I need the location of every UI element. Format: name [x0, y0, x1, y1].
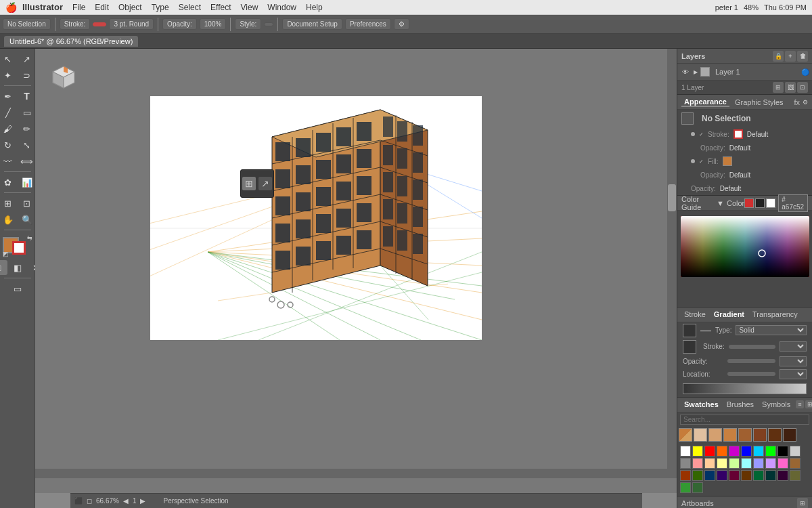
location-unit[interactable]	[780, 369, 807, 379]
gradient-bar[interactable]	[683, 383, 807, 394]
appearance-tab[interactable]: Appearance	[681, 98, 729, 107]
swatch-darker-brown[interactable]	[753, 428, 767, 442]
symbols-tab[interactable]: Symbols	[759, 400, 793, 408]
nav-prev[interactable]: ◀	[123, 497, 129, 505]
layers-delete-btn[interactable]: 🗑	[797, 51, 808, 62]
swatch-cell[interactable]	[692, 482, 703, 493]
pencil-tool[interactable]: ✏	[18, 121, 36, 136]
swatch-cell[interactable]	[729, 446, 740, 457]
visibility-dot[interactable]	[691, 132, 695, 136]
stroke-fill-swatch[interactable]	[683, 340, 696, 354]
shape-tool[interactable]: ▭	[18, 105, 36, 120]
stroke-width-unit[interactable]	[780, 341, 807, 352]
menu-object[interactable]: Object	[118, 3, 142, 12]
direct-selection-tool[interactable]: ↗	[18, 51, 36, 66]
lasso-tool[interactable]: ⊃	[18, 68, 36, 83]
swatch-cell[interactable]	[765, 458, 776, 469]
swatch-cell[interactable]	[790, 458, 800, 469]
layer-visibility-toggle[interactable]: 👁	[680, 66, 691, 77]
swatch-cell[interactable]	[729, 458, 740, 469]
zoom-tool[interactable]: 🔍	[18, 212, 36, 227]
menu-select[interactable]: Select	[179, 3, 201, 12]
warp-tool[interactable]: 〰	[0, 154, 17, 169]
fill-appearance-row[interactable]: ✓ Fill:	[677, 154, 812, 168]
swatches-search-input[interactable]	[680, 415, 809, 425]
change-screen-mode[interactable]: ▭	[3, 281, 32, 296]
column-graph-tool[interactable]: 📊	[18, 175, 36, 190]
gradient-tab[interactable]: Gradient	[711, 310, 747, 318]
fill-appearance-swatch[interactable]	[723, 156, 732, 166]
swatch-cell[interactable]	[717, 458, 727, 469]
stroke-appearance-row[interactable]: ✓ Stroke: Default	[677, 127, 812, 141]
swatches-grid-view[interactable]: ⊞	[805, 400, 812, 408]
black-swatch-small[interactable]	[755, 198, 765, 208]
location-slider[interactable]	[727, 372, 775, 376]
perspective-widget-panel[interactable]: ⊞ ↗	[240, 169, 274, 198]
stroke-appearance-swatch[interactable]	[734, 129, 743, 139]
swatch-near-black-brown[interactable]	[783, 428, 796, 442]
opacity-slider[interactable]	[727, 359, 775, 363]
stroke-color-swatch[interactable]	[683, 324, 696, 337]
arrange-button[interactable]: ⚙	[394, 18, 409, 30]
magic-wand-tool[interactable]: ✦	[0, 68, 17, 83]
preferences-button[interactable]: Preferences	[345, 18, 391, 30]
pen-tool[interactable]: ✒	[0, 89, 17, 104]
vertical-scrollbar-thumb[interactable]	[668, 184, 676, 211]
default-colors-icon[interactable]: ◩	[3, 251, 9, 257]
transparency-tab[interactable]: Transparency	[750, 310, 800, 318]
swatch-light-tan[interactable]	[694, 428, 707, 442]
document-tab[interactable]: Untitled-6* @ 66.67% (RGB/Preview)	[4, 36, 138, 47]
swatch-darkest-brown[interactable]	[768, 428, 782, 442]
red-swatch-small[interactable]	[744, 198, 754, 208]
menu-effect[interactable]: Effect	[210, 3, 231, 12]
stroke-type-select[interactable]: Solid	[736, 325, 807, 335]
apple-menu[interactable]: 🍎	[5, 2, 17, 13]
perspective-plane-btn-2[interactable]: ↗	[258, 177, 272, 190]
layer-expand-toggle[interactable]: ▶	[694, 69, 698, 75]
swatch-cell[interactable]	[692, 458, 703, 469]
stroke-appearance-checkbox[interactable]: ✓	[699, 131, 704, 137]
swatch-cell[interactable]	[680, 446, 691, 457]
swatches-tab[interactable]: Swatches	[681, 400, 721, 408]
swatch-gradient-warm[interactable]	[679, 428, 692, 442]
swatch-cell[interactable]	[680, 458, 691, 469]
rotate-tool[interactable]: ↻	[0, 137, 17, 152]
hand-tool[interactable]: ✋	[0, 212, 17, 227]
symbol-sprayer-tool[interactable]: ✿	[0, 175, 17, 190]
horizontal-scrollbar[interactable]	[35, 469, 667, 478]
swatch-medium-brown[interactable]	[723, 428, 737, 442]
artboard-tool[interactable]: ⊞	[0, 196, 17, 211]
layers-trash-btn[interactable]: ⊡	[797, 82, 808, 93]
swatch-cell[interactable]	[777, 458, 788, 469]
perspective-plane-btn-1[interactable]: ⊞	[242, 177, 256, 190]
style-value[interactable]	[264, 22, 273, 26]
menu-edit[interactable]: Edit	[95, 3, 109, 12]
menu-type[interactable]: Type	[152, 3, 169, 12]
graphic-styles-tab[interactable]: Graphic Styles	[732, 98, 786, 106]
stroke-tab[interactable]: Stroke	[681, 310, 708, 318]
stroke-width-slider[interactable]	[729, 345, 775, 349]
width-tool[interactable]: ⟺	[18, 154, 36, 169]
stroke-width[interactable]: 3 pt. Round	[109, 18, 154, 30]
menu-help[interactable]: Help	[306, 3, 323, 12]
swatch-cell[interactable]	[692, 446, 703, 457]
menu-view[interactable]: View	[241, 3, 258, 12]
vertical-scrollbar[interactable]	[667, 49, 677, 478]
swatch-cell[interactable]	[790, 446, 800, 457]
visibility-dot-2[interactable]	[691, 159, 695, 163]
slice-tool[interactable]: ⊡	[18, 196, 36, 211]
swatch-dark-brown[interactable]	[738, 428, 752, 442]
opacity-unit[interactable]	[780, 356, 807, 366]
swatch-cell[interactable]	[753, 470, 764, 481]
swatch-cell[interactable]	[680, 470, 691, 481]
artboard-number[interactable]: 1	[133, 497, 137, 505]
fill-appearance-checkbox[interactable]: ✓	[699, 158, 704, 165]
color-guide-title[interactable]: Color Guide	[681, 195, 714, 211]
nav-next[interactable]: ▶	[140, 497, 145, 505]
swatch-cell[interactable]	[741, 470, 752, 481]
swatch-cell[interactable]	[765, 470, 776, 481]
white-swatch-small[interactable]	[766, 198, 775, 208]
scale-tool[interactable]: ⤡	[18, 137, 36, 152]
appearance-options-icon[interactable]: ⚙	[803, 99, 808, 106]
swatch-cell[interactable]	[704, 470, 715, 481]
